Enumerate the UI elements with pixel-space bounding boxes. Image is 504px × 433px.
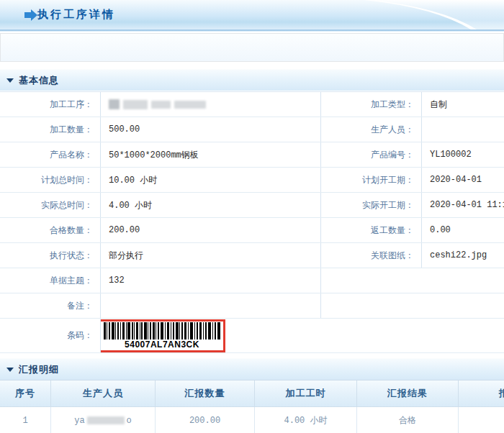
cell-qty: 200.00 bbox=[156, 407, 255, 433]
worker-prefix: ya bbox=[74, 416, 84, 426]
redaction-blur bbox=[87, 416, 125, 424]
field-label-empty bbox=[321, 293, 422, 318]
info-row-barcode: 条码： bbox=[0, 319, 504, 353]
field-label: 条码： bbox=[0, 319, 101, 352]
info-row-actual-time: 实际总时间： 4.00 小时 实际开工期： 2020-04-01 11:15:5… bbox=[0, 193, 504, 218]
redaction-blur bbox=[123, 100, 148, 109]
info-row-doc-subject: 单据主题： 132 bbox=[0, 268, 504, 293]
cell-hours: 4.00 小时 bbox=[255, 407, 357, 433]
field-label: 计划总时间： bbox=[0, 168, 101, 192]
field-value-empty bbox=[101, 293, 321, 318]
page-title: 执行工序详情 bbox=[37, 8, 115, 22]
cell-worker: ya o bbox=[51, 407, 156, 433]
field-value: 4.00 小时 bbox=[101, 193, 321, 217]
field-value bbox=[422, 117, 504, 142]
info-row-exec-status: 执行状态： 部分执行 关联图纸： ceshi22.jpg bbox=[0, 243, 504, 268]
cell-seq: 1 bbox=[0, 407, 51, 433]
field-value: ceshi22.jpg bbox=[422, 243, 504, 268]
collapse-triangle-icon bbox=[6, 78, 14, 83]
field-label: 加工工序： bbox=[0, 92, 101, 117]
field-value: 50*1000*2000mm钢板 bbox=[101, 142, 321, 167]
report-table-header-row: 序号 生产人员 汇报数量 加工工时 汇报结果 报 bbox=[0, 380, 504, 407]
redaction-blur bbox=[174, 101, 206, 109]
report-table: 序号 生产人员 汇报数量 加工工时 汇报结果 报 1 ya o 200.00 4… bbox=[0, 380, 504, 433]
column-header-seq: 序号 bbox=[0, 380, 51, 406]
field-value: 132 bbox=[101, 268, 321, 293]
barcode-highlight-box: 54007AL7AN3CK bbox=[101, 319, 225, 352]
field-value-empty bbox=[422, 268, 504, 293]
field-label: 关联图纸： bbox=[321, 243, 422, 268]
section-header-report-detail[interactable]: 汇报明细 bbox=[0, 358, 504, 380]
column-header-worker: 生产人员 bbox=[51, 380, 156, 406]
cell-result: 合格 bbox=[357, 407, 459, 433]
info-row-qualified-qty: 合格数量： 200.00 返工数量： 0.00 bbox=[0, 218, 504, 243]
top-header-band: 执行工序详情 bbox=[0, 0, 504, 29]
field-value: 2020-04-01 bbox=[422, 168, 504, 192]
field-label: 加工数量： bbox=[0, 117, 101, 142]
field-label: 实际总时间： bbox=[0, 193, 101, 217]
field-value: YL100002 bbox=[422, 142, 504, 167]
field-label: 加工类型： bbox=[321, 92, 422, 117]
basic-info-table: 加工工序： 加工类型： 自制 加工数量： 500.00 生产人员： 产品名称： … bbox=[0, 91, 504, 353]
info-row-planned-time: 计划总时间： 10.00 小时 计划开工期： 2020-04-01 bbox=[0, 168, 504, 193]
report-table-row: 1 ya o 200.00 4.00 小时 合格 bbox=[0, 407, 504, 433]
redaction-blur bbox=[109, 99, 120, 109]
field-label: 合格数量： bbox=[0, 218, 101, 242]
field-value: 2020-04-01 11:15:54 bbox=[422, 193, 504, 217]
collapse-triangle-icon bbox=[6, 368, 14, 372]
field-label: 单据主题： bbox=[0, 268, 101, 293]
field-value: 10.00 小时 bbox=[101, 168, 321, 192]
field-label-empty bbox=[321, 268, 422, 293]
info-row-process: 加工工序： 加工类型： 自制 bbox=[0, 92, 504, 117]
column-header-result: 汇报结果 bbox=[357, 380, 459, 406]
section-title-basic-info: 基本信息 bbox=[19, 74, 59, 87]
cell-cutoff-empty bbox=[459, 407, 504, 433]
info-row-product-name: 产品名称： 50*1000*2000mm钢板 产品编号： YL100002 bbox=[0, 142, 504, 168]
column-header-qty: 汇报数量 bbox=[156, 380, 255, 406]
arrow-right-icon bbox=[24, 12, 31, 18]
field-label: 执行状态： bbox=[0, 243, 101, 268]
field-label: 返工数量： bbox=[321, 218, 422, 242]
field-label: 产品名称： bbox=[0, 142, 101, 167]
info-row-quantity: 加工数量： 500.00 生产人员： bbox=[0, 117, 504, 142]
toolbar-panel bbox=[0, 33, 504, 62]
barcode-image bbox=[104, 322, 220, 339]
field-label: 产品编号： bbox=[321, 142, 422, 167]
field-label: 实际开工期： bbox=[321, 193, 422, 217]
field-label: 生产人员： bbox=[321, 117, 422, 142]
field-value: 部分执行 bbox=[101, 243, 321, 268]
field-value-redacted bbox=[101, 92, 321, 117]
info-row-remark: 备注： bbox=[0, 293, 504, 319]
worker-suffix: o bbox=[127, 416, 132, 426]
column-header-cutoff: 报 bbox=[459, 380, 504, 406]
column-header-hours: 加工工时 bbox=[255, 380, 357, 406]
redaction-blur bbox=[151, 101, 171, 109]
field-value: 200.00 bbox=[101, 218, 321, 242]
header-underline-light bbox=[0, 31, 504, 32]
field-value: 500.00 bbox=[101, 117, 321, 142]
field-value-empty bbox=[422, 293, 504, 318]
section-title-report-detail: 汇报明细 bbox=[19, 363, 59, 376]
barcode-text: 54007AL7AN3CK bbox=[125, 339, 199, 350]
field-value: 0.00 bbox=[422, 218, 504, 242]
field-label: 计划开工期： bbox=[321, 168, 422, 192]
field-label: 备注： bbox=[0, 293, 101, 318]
section-header-basic-info[interactable]: 基本信息 bbox=[0, 69, 504, 91]
field-value: 自制 bbox=[422, 92, 504, 117]
